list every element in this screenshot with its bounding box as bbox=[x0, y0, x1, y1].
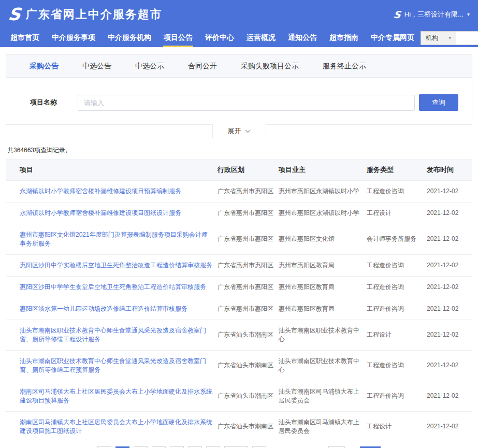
project-name-input[interactable] bbox=[78, 95, 415, 111]
table-row: 永湖镇以时小学教师宿舍楼补漏维修建设项目图纸设计服务 广东省惠州市惠阳区 惠州市… bbox=[6, 202, 472, 224]
project-cell: 汕头市潮南区职业技术教育中心师生食堂通风采光改造及宿舍教室门窗、厕所等修缮工程预… bbox=[6, 350, 218, 381]
project-link[interactable]: 惠阳区沙田中学实验楼后空地卫生死角整治改造工程造价结算审核服务 bbox=[20, 262, 212, 269]
search-input[interactable] bbox=[456, 32, 478, 45]
user-logo-icon: S bbox=[393, 9, 401, 20]
nav-item[interactable]: 评价中心 bbox=[199, 28, 240, 47]
service-type-cell: 工程造价咨询 bbox=[367, 350, 427, 381]
project-cell: 惠阳区沙田中学实验楼后空地卫生死角整治改造工程造价结算审核服务 bbox=[6, 254, 218, 276]
publish-date-cell: 2021-12-02 bbox=[427, 350, 472, 381]
table-row: 汕头市潮南区职业技术教育中心师生食堂通风采光改造及宿舍教室门窗、厕所等修缮工程设… bbox=[6, 320, 472, 350]
region-cell: 广东省惠州市惠阳区 bbox=[218, 276, 279, 298]
page-number-button[interactable]: ... bbox=[206, 446, 220, 448]
page-number-button[interactable]: 36467 bbox=[224, 446, 248, 448]
region-cell: 广东省惠州市惠阳区 bbox=[218, 224, 279, 254]
nav-item[interactable]: 中介服务机构 bbox=[102, 28, 157, 47]
result-count: 共364663项查询记录。 bbox=[7, 146, 472, 155]
page-number-button[interactable]: 1 bbox=[115, 446, 129, 448]
nav-item[interactable]: 中介专属网页 bbox=[365, 28, 421, 47]
tab[interactable]: 服务终止公示 bbox=[311, 55, 378, 77]
results-table: 项目 行政区划 项目业主 服务类型 发布时间 永湖镇以时小学教师宿舍楼补漏维修建… bbox=[6, 160, 472, 442]
project-link[interactable]: 潮南区司马浦镇大布上社区居民委员会大布上小学地面硬化及排水系统建设项目施工图纸设… bbox=[20, 418, 212, 435]
table-row: 惠阳区沙田中学学生食堂后空地卫生死角整治工程造价结算审核服务 广东省惠州市惠阳区… bbox=[6, 276, 472, 298]
region-cell: 广东省惠州市惠阳区 bbox=[218, 298, 279, 320]
global-search: 机构 ▾ bbox=[421, 31, 478, 45]
tab[interactable]: 采购失败项目公示 bbox=[229, 55, 311, 77]
page-number-button[interactable]: 2 bbox=[134, 446, 148, 448]
nav-item[interactable]: 中介服务事项 bbox=[46, 28, 102, 47]
service-type-cell: 工程造价咨询 bbox=[367, 254, 427, 276]
query-button[interactable]: 查询 bbox=[419, 94, 458, 111]
next-page-button[interactable]: > bbox=[252, 446, 266, 448]
project-cell: 潮南区司马浦镇大布上社区居民委员会大布上小学地面硬化及排水系统建设项目施工图纸设… bbox=[6, 411, 218, 442]
project-name-label: 项目名称 bbox=[30, 98, 78, 107]
col-header-project: 项目 bbox=[6, 160, 218, 180]
project-link[interactable]: 惠州市惠阳区文化馆2021年度部门决算报表编制服务项目采购会计师事务所服务 bbox=[20, 231, 208, 247]
publish-date-cell: 2021-12-02 bbox=[427, 224, 472, 254]
tab[interactable]: 采购公告 bbox=[18, 55, 70, 77]
nav-item[interactable]: 项目公告 bbox=[157, 28, 199, 47]
page-number-button[interactable]: 3 bbox=[152, 446, 166, 448]
service-type-cell: 工程造价咨询 bbox=[367, 298, 427, 320]
region-cell: 广东省汕头市潮南区 bbox=[218, 320, 279, 350]
publish-date-cell: 2021-12-02 bbox=[427, 276, 472, 298]
owner-cell: 惠州市惠阳区永湖镇以时小学 bbox=[279, 180, 367, 202]
region-cell: 广东省汕头市潮南区 bbox=[218, 411, 279, 442]
project-cell: 永湖镇以时小学教师宿舍楼补漏维修建设项目预算编制服务 bbox=[6, 180, 218, 202]
table-row: 惠阳区沙田中学实验楼后空地卫生死角整治改造工程造价结算审核服务 广东省惠州市惠阳… bbox=[6, 254, 472, 276]
publish-date-cell: 2021-12-02 bbox=[427, 202, 472, 224]
page-number-button[interactable]: 5 bbox=[188, 446, 202, 448]
project-link[interactable]: 惠阳区淡水第一幼儿园运动场改造修缮工程造价结算审核服务 bbox=[20, 305, 187, 312]
project-link[interactable]: 汕头市潮南区职业技术教育中心师生食堂通风采光改造及宿舍教室门窗、厕所等修缮工程设… bbox=[20, 327, 206, 343]
chevron-down-icon: ▾ bbox=[448, 35, 451, 40]
expand-toggle[interactable]: 展开 bbox=[212, 124, 266, 138]
nav-item[interactable]: 超市指南 bbox=[323, 28, 365, 47]
chevron-down-icon bbox=[245, 129, 251, 133]
region-cell: 广东省惠州市惠阳区 bbox=[218, 254, 279, 276]
goto-confirm-button[interactable]: 确定 bbox=[360, 446, 381, 448]
nav-item[interactable]: 运营概况 bbox=[240, 28, 282, 47]
site-logo-icon: S bbox=[7, 6, 21, 23]
results-table-panel: 项目 行政区划 项目业主 服务类型 发布时间 永湖镇以时小学教师宿舍楼补漏维修建… bbox=[6, 159, 472, 442]
publish-date-cell: 2021-12-02 bbox=[427, 254, 472, 276]
nav-item[interactable]: 超市首页 bbox=[4, 28, 46, 47]
search-category-select[interactable]: 机构 ▾ bbox=[421, 32, 456, 45]
user-menu[interactable]: S Hi，三桥设计有限... ▾ bbox=[394, 9, 470, 20]
project-link[interactable]: 惠阳区沙田中学学生食堂后空地卫生死角整治工程造价结算审核服务 bbox=[20, 283, 206, 291]
project-cell: 汕头市潮南区职业技术教育中心师生食堂通风采光改造及宿舍教室门窗、厕所等修缮工程设… bbox=[6, 320, 218, 350]
site-title: 广东省网上中介服务超市 bbox=[26, 7, 163, 22]
col-header-region: 行政区划 bbox=[218, 160, 279, 180]
prev-page-button[interactable]: < bbox=[97, 446, 111, 448]
owner-cell: 汕头市潮南区司马浦镇大布上居民委员会 bbox=[279, 381, 367, 411]
service-type-cell: 工程设计 bbox=[367, 320, 427, 350]
project-link[interactable]: 汕头市潮南区职业技术教育中心师生食堂通风采光改造及宿舍教室门窗、厕所等修缮工程预… bbox=[20, 357, 206, 373]
tab[interactable]: 中选公告 bbox=[70, 55, 123, 77]
owner-cell: 汕头市潮南区职业技术教育中心 bbox=[279, 350, 367, 381]
page-number-button[interactable]: 4 bbox=[170, 446, 184, 448]
publish-date-cell: 2021-12-02 bbox=[427, 320, 472, 350]
search-category-label: 机构 bbox=[426, 34, 438, 42]
service-type-cell: 工程造价咨询 bbox=[367, 276, 427, 298]
nav-item[interactable]: 通知公告 bbox=[282, 28, 323, 47]
tab[interactable]: 中选公示 bbox=[123, 55, 176, 77]
filter-panel: 采购公告 中选公告 中选公示 合同公开 采购失败项目公示 服务终止公示 项目名称… bbox=[6, 54, 472, 125]
expand-label: 展开 bbox=[228, 126, 241, 136]
tab[interactable]: 合同公开 bbox=[176, 55, 229, 77]
project-link[interactable]: 永湖镇以时小学教师宿舍楼补漏维修建设项目图纸设计服务 bbox=[20, 209, 181, 216]
service-type-cell: 工程设计 bbox=[367, 411, 427, 442]
region-cell: 广东省汕头市潮南区 bbox=[218, 350, 279, 381]
nav-items: 超市首页 中介服务事项 中介服务机构 项目公告 评价中心 运营概况 通知公告 超… bbox=[4, 28, 421, 47]
page-buttons: 1 2 3 4 5 ... 36467 bbox=[115, 446, 248, 448]
owner-cell: 惠州市惠阳区永湖镇以时小学 bbox=[279, 202, 367, 224]
service-type-cell: 会计师事务所服务 bbox=[367, 224, 427, 254]
project-cell: 惠阳区淡水第一幼儿园运动场改造修缮工程造价结算审核服务 bbox=[6, 298, 218, 320]
col-header-service-type: 服务类型 bbox=[367, 160, 427, 180]
table-row: 永湖镇以时小学教师宿舍楼补漏维修建设项目预算编制服务 广东省惠州市惠阳区 惠州市… bbox=[6, 180, 472, 202]
region-cell: 广东省汕头市潮南区 bbox=[218, 381, 279, 411]
project-link[interactable]: 潮南区司马浦镇大布上社区居民委员会大布上小学地面硬化及排水系统建设项目预算服务 bbox=[20, 388, 212, 404]
goto-page-input[interactable] bbox=[328, 446, 345, 448]
project-cell: 惠州市惠阳区文化馆2021年度部门决算报表编制服务项目采购会计师事务所服务 bbox=[6, 224, 218, 254]
col-header-owner: 项目业主 bbox=[279, 160, 367, 180]
table-row: 惠州市惠阳区文化馆2021年度部门决算报表编制服务项目采购会计师事务所服务 广东… bbox=[6, 224, 472, 254]
project-link[interactable]: 永湖镇以时小学教师宿舍楼补漏维修建设项目预算编制服务 bbox=[20, 187, 181, 195]
service-type-cell: 工程造价咨询 bbox=[367, 381, 427, 411]
